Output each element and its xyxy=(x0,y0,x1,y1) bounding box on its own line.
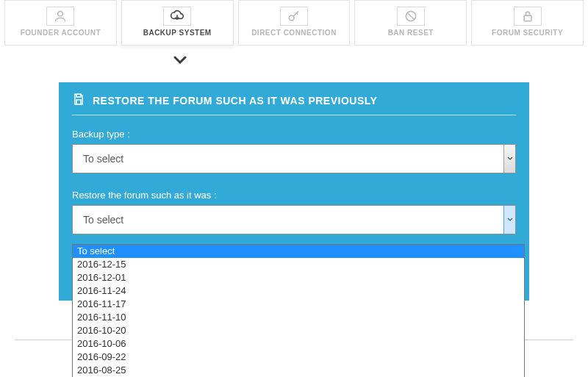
key-icon xyxy=(280,7,308,26)
svg-rect-5 xyxy=(76,100,81,104)
dropdown-option[interactable]: 2016-10-06 xyxy=(73,337,524,351)
tab-label: BACKUP SYSTEM xyxy=(143,29,212,37)
tab-backup-system[interactable]: BACKUP SYSTEM xyxy=(121,0,234,46)
dropdown-option[interactable]: 2016-10-20 xyxy=(73,324,524,337)
panel-title: RESTORE THE FORUM SUCH AS IT WAS PREVIOU… xyxy=(93,95,377,107)
restore-date-select[interactable]: To select xyxy=(72,205,516,234)
dropdown-option[interactable]: 2016-09-22 xyxy=(73,351,524,364)
dropdown-option[interactable]: 2016-11-17 xyxy=(73,298,524,311)
dropdown-option[interactable]: 2016-11-24 xyxy=(73,284,524,298)
dropdown-option[interactable]: To select xyxy=(73,245,524,258)
lock-icon xyxy=(514,7,542,26)
panel-header: RESTORE THE FORUM SUCH AS IT WAS PREVIOU… xyxy=(72,93,516,115)
tab-forum-security[interactable]: FORUM SECURITY xyxy=(471,0,584,46)
tab-label: FORUM SECURITY xyxy=(492,29,563,37)
svg-rect-4 xyxy=(76,94,81,97)
restore-date-value: To select xyxy=(73,214,503,226)
chevron-down-icon xyxy=(503,145,515,173)
save-icon xyxy=(72,93,85,109)
tab-founder-account[interactable]: FOUNDER ACCOUNT xyxy=(4,0,117,46)
ban-icon xyxy=(397,7,425,26)
dropdown-option[interactable]: 2016-08-25 xyxy=(73,364,524,377)
cloud-download-icon xyxy=(163,7,191,26)
svg-point-1 xyxy=(289,15,294,21)
backup-type-select[interactable]: To select xyxy=(72,144,516,173)
tab-label: FOUNDER ACCOUNT xyxy=(21,29,101,37)
tab-ban-reset[interactable]: BAN RESET xyxy=(354,0,467,46)
tab-label: BAN RESET xyxy=(388,29,434,37)
admin-tabs: FOUNDER ACCOUNT BACKUP SYSTEM DIRECT CON… xyxy=(0,0,588,46)
dropdown-option[interactable]: 2016-12-01 xyxy=(73,271,524,284)
tab-label: DIRECT CONNECTION xyxy=(251,29,337,37)
backup-type-value: To select xyxy=(73,153,503,165)
svg-point-0 xyxy=(58,11,63,16)
tab-direct-connection[interactable]: DIRECT CONNECTION xyxy=(238,0,351,46)
backup-type-label: Backup type : xyxy=(72,129,516,140)
restore-date-dropdown[interactable]: To select 2016-12-15 2016-12-01 2016-11-… xyxy=(72,244,525,377)
restore-date-label: Restore the forum such as it was : xyxy=(72,190,516,201)
dropdown-option[interactable]: 2016-11-10 xyxy=(73,311,524,324)
dropdown-option[interactable]: 2016-12-15 xyxy=(73,258,524,271)
svg-rect-3 xyxy=(524,15,531,21)
chevron-down-icon xyxy=(503,206,515,234)
chevron-down-icon xyxy=(0,54,588,69)
user-icon xyxy=(46,7,74,26)
